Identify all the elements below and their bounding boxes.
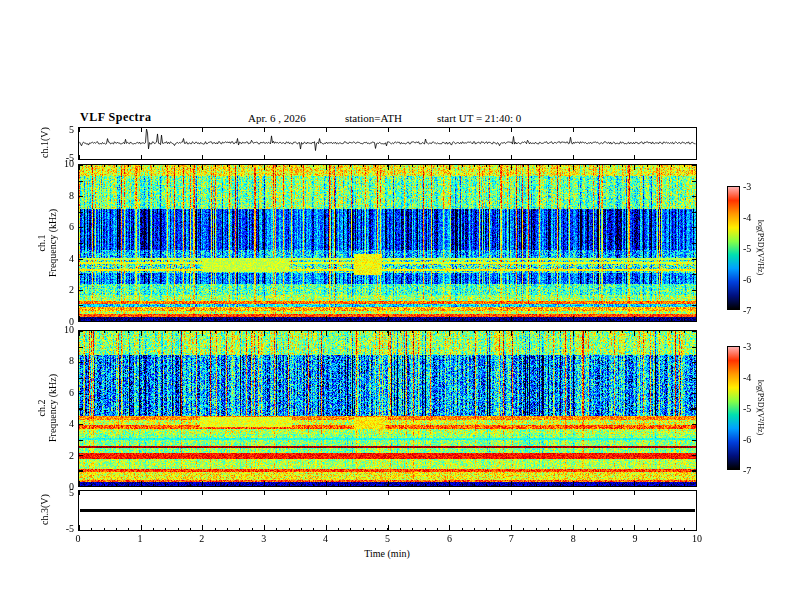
ch1-wave-ytick: -5	[50, 152, 74, 163]
vlf-spectra-figure: VLF Spectra Apr. 6 , 2026 station=ATH st…	[0, 0, 792, 612]
ch1-voltage-axis-label: ch.1(V)	[39, 113, 50, 173]
start-ut-label: start UT = 21:40: 0	[437, 112, 521, 124]
colorbar-tick: -5	[743, 243, 765, 254]
colorbar-tick: -3	[743, 341, 765, 352]
colorbar-tick: -7	[743, 305, 765, 316]
colorbar-tick: -6	[743, 274, 765, 285]
ch3-wave-ytick: 5	[50, 487, 74, 498]
x-axis-title: Time (min)	[337, 548, 437, 559]
x-tick: 4	[316, 533, 336, 544]
x-tick: 1	[130, 533, 150, 544]
ch1-axis-title: Frequency (kHz)	[47, 187, 58, 299]
ch1-waveform-canvas	[79, 128, 696, 159]
ch2-spec-ytick: 4	[50, 418, 74, 429]
x-tick: 2	[192, 533, 212, 544]
colorbar-ch2	[727, 346, 740, 470]
x-tick: 3	[254, 533, 274, 544]
ch1-frequency-axis-label: ch.1 Frequency (kHz)	[36, 187, 58, 299]
ch3-zero-line	[80, 509, 695, 512]
x-minor-tick-marks	[79, 528, 696, 530]
station-label: station=ATH	[345, 112, 402, 124]
ch1-waveform-panel	[78, 127, 697, 160]
ch3-voltage-axis-label: ch.3(V)	[39, 480, 50, 540]
ch1-wave-ytick: 5	[50, 124, 74, 135]
x-tick: 8	[563, 533, 583, 544]
x-tick: 10	[687, 533, 707, 544]
x-tick-marks	[79, 491, 696, 495]
x-tick: 0	[68, 533, 88, 544]
ch2-axis-title: Frequency (kHz)	[47, 352, 58, 464]
colorbar-tick: -3	[743, 181, 765, 192]
ch3-waveform-panel	[78, 490, 697, 531]
ch1-spec-ytick: 4	[50, 253, 74, 264]
colorbar-tick: -4	[743, 212, 765, 223]
colorbar-tick: -5	[743, 403, 765, 414]
ch2-spec-ytick: 2	[50, 450, 74, 461]
ch2-frequency-axis-label: ch.2 Frequency (kHz)	[36, 352, 58, 464]
x-tick: 7	[501, 533, 521, 544]
plot-title: VLF Spectra	[80, 110, 151, 125]
x-tick: 9	[625, 533, 645, 544]
ch1-spec-ytick: 2	[50, 284, 74, 295]
ch2-spec-ytick: 10	[50, 324, 74, 335]
ch2-spectrogram-canvas	[79, 331, 696, 486]
ch1-axis-channel: ch.1	[36, 187, 47, 299]
colorbar-ch1	[727, 186, 740, 310]
ch2-axis-channel: ch.2	[36, 352, 47, 464]
ch2-spec-ytick: 8	[50, 355, 74, 366]
colorbar-tick: -7	[743, 465, 765, 476]
x-tick: 5	[378, 533, 398, 544]
x-tick-marks	[79, 525, 696, 530]
ch2-spec-ytick: 6	[50, 387, 74, 398]
ch2-spectrogram-panel	[78, 330, 697, 487]
x-tick: 6	[439, 533, 459, 544]
ch1-spectrogram-canvas	[79, 165, 696, 321]
ch1-spec-ytick: 6	[50, 221, 74, 232]
date-label: Apr. 6 , 2026	[248, 112, 306, 124]
ch1-spectrogram-panel	[78, 164, 697, 322]
ch1-spec-ytick: 8	[50, 190, 74, 201]
colorbar-tick: -4	[743, 372, 765, 383]
colorbar-tick: -6	[743, 434, 765, 445]
